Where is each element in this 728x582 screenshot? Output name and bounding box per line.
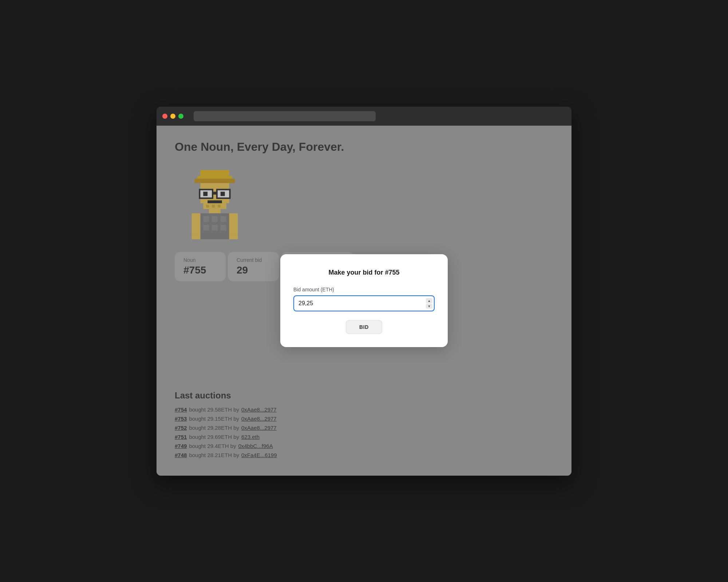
close-button[interactable] xyxy=(162,114,167,119)
browser-titlebar xyxy=(157,107,571,126)
bid-modal: Make your bid for #755 Bid amount (ETH) … xyxy=(280,254,448,347)
bid-amount-input[interactable] xyxy=(293,295,435,311)
bid-submit-button[interactable]: BID xyxy=(346,320,382,334)
bid-stepper: ▲ ▼ xyxy=(426,298,432,308)
modal-title: Make your bid for #755 xyxy=(293,269,435,276)
minimize-button[interactable] xyxy=(170,114,175,119)
maximize-button[interactable] xyxy=(178,114,183,119)
modal-overlay: Make your bid for #755 Bid amount (ETH) … xyxy=(157,126,571,476)
browser-window: One Noun, Every Day, Forever. xyxy=(157,107,571,476)
bid-amount-label: Bid amount (ETH) xyxy=(293,287,435,292)
bid-increment-button[interactable]: ▲ xyxy=(426,298,432,303)
bid-input-wrapper: ▲ ▼ xyxy=(293,295,435,311)
bid-decrement-button[interactable]: ▼ xyxy=(426,303,432,308)
browser-content: One Noun, Every Day, Forever. xyxy=(157,126,571,476)
url-bar[interactable] xyxy=(194,111,376,121)
